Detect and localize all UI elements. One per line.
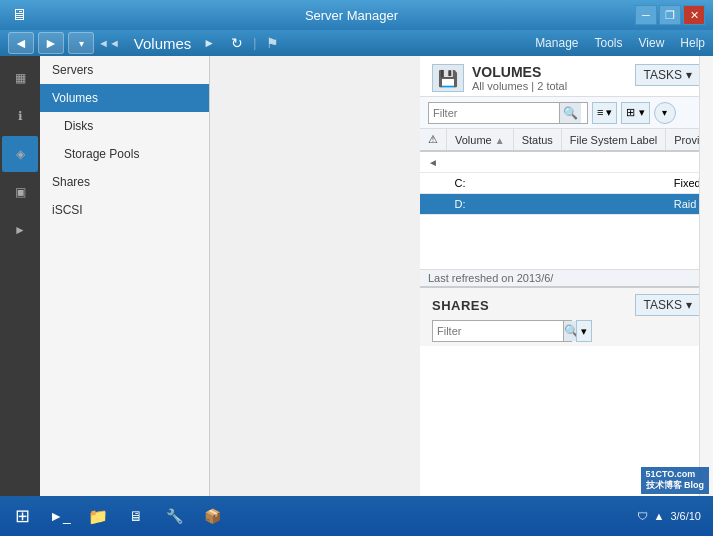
shares-dropdown[interactable]: ▾ — [576, 320, 592, 342]
sidebar-item-disks[interactable]: Disks — [40, 112, 209, 140]
volumes-icon: 💾 — [432, 64, 464, 92]
shares-title: SHARES — [432, 298, 489, 313]
taskbar-right: 🛡 ▲ 3/6/10 — [637, 510, 709, 522]
volumes-table-container: ⚠ Volume ▲ Status File System Label Prov… — [420, 129, 713, 269]
sidebar-item-servers[interactable]: Servers — [40, 56, 209, 84]
sidebar-label-volumes: Volumes — [52, 91, 98, 105]
sidebar-label-storage-pools: Storage Pools — [64, 147, 139, 161]
sidebar-icon-arrow[interactable]: ► — [2, 212, 38, 248]
sidebar-label-servers: Servers — [52, 63, 93, 77]
volumes-header: 💾 VOLUMES All volumes | 2 total TASKS ▾ — [420, 56, 713, 97]
taskbar-tools[interactable]: 🔧 — [156, 499, 192, 533]
dropdown-button[interactable]: ▾ — [68, 32, 94, 54]
table-row-group: ◄ — [420, 151, 713, 173]
volumes-title: VOLUMES — [472, 64, 567, 80]
breadcrumb-arrow: ► — [203, 36, 215, 50]
sidebar-icon-info[interactable]: ℹ — [2, 98, 38, 134]
menu-bar: ◄ ► ▾ ◄◄ Volumes ► ↻ | ⚑ Manage Tools Vi… — [0, 30, 713, 56]
view-toggle-button[interactable]: ≡ ▾ — [592, 102, 617, 124]
taskbar-explorer[interactable]: 📁 — [80, 499, 116, 533]
watermark-line2: 技术博客 Blog — [646, 479, 705, 492]
shares-section: SHARES TASKS ▾ 🔍 ▾ — [420, 286, 713, 346]
sidebar-label-disks: Disks — [64, 119, 93, 133]
breadcrumb-label: Volumes — [126, 35, 200, 52]
filter-search-button[interactable]: 🔍 — [559, 103, 581, 123]
more-options-button[interactable]: ▾ — [654, 102, 676, 124]
flag-icon[interactable]: ⚑ — [266, 35, 279, 51]
title-bar: 🖥 Server Manager ─ ❐ ✕ — [0, 0, 713, 30]
content-area: 💾 VOLUMES All volumes | 2 total TASKS ▾ … — [420, 56, 713, 536]
back-button[interactable]: ◄ — [8, 32, 34, 54]
sidebar-item-iscsi[interactable]: iSCSI — [40, 196, 209, 224]
sidebar-label-shares: Shares — [52, 175, 90, 189]
refresh-bar: Last refreshed on 2013/6/ — [420, 269, 713, 286]
pipe-divider: | — [253, 36, 256, 50]
taskbar-shield: 🛡 — [637, 510, 648, 522]
watermark: 51CTO.com 技术博客 Blog — [641, 467, 710, 494]
forward-button[interactable]: ► — [38, 32, 64, 54]
view-menu[interactable]: View — [639, 36, 665, 50]
minimize-button[interactable]: ─ — [635, 5, 657, 25]
help-menu[interactable]: Help — [680, 36, 705, 50]
shares-filter-input[interactable] — [433, 321, 563, 341]
tools-menu[interactable]: Tools — [595, 36, 623, 50]
volumes-subtitle: All volumes | 2 total — [472, 80, 567, 92]
shares-tasks-button[interactable]: TASKS ▾ — [635, 294, 701, 316]
nav-prefix: ◄◄ — [98, 37, 120, 49]
table-row-selected[interactable]: D: Raid 5 1.59 TB 1.10 TB 429 — [420, 194, 713, 215]
col-status[interactable]: Status — [513, 129, 561, 151]
sidebar-item-volumes[interactable]: Volumes — [40, 84, 209, 112]
filter-box: 🔍 — [428, 102, 588, 124]
sidebar-item-shares[interactable]: Shares — [40, 168, 209, 196]
menu-right: Manage Tools View Help — [535, 36, 705, 50]
nav-controls: ◄ ► ▾ ◄◄ Volumes ► — [8, 32, 215, 54]
table-row[interactable]: C: Fixed 137 GB 113 GB — [420, 173, 713, 194]
table-header-row: ⚠ Volume ▲ Status File System Label Prov… — [420, 129, 713, 151]
sidebar-icon-dashboard[interactable]: ▦ — [2, 60, 38, 96]
restore-button[interactable]: ❐ — [659, 5, 681, 25]
filter-input[interactable] — [429, 103, 559, 123]
shares-header: SHARES TASKS ▾ — [432, 294, 701, 316]
sidebar-item-storage-pools[interactable]: Storage Pools — [40, 140, 209, 168]
column-toggle-button[interactable]: ⊞ ▾ — [621, 102, 649, 124]
manage-menu[interactable]: Manage — [535, 36, 578, 50]
taskbar: ⊞ ►_ 📁 🖥 🔧 📦 🛡 ▲ 3/6/10 — [0, 496, 713, 536]
volumes-toolbar: 🔍 ≡ ▾ ⊞ ▾ ▾ — [420, 97, 713, 129]
volumes-tasks-button[interactable]: TASKS ▾ — [635, 64, 701, 86]
sidebar-label-iscsi: iSCSI — [52, 203, 83, 217]
right-scrollbar[interactable] — [699, 56, 713, 536]
sidebar-icon-server[interactable]: ▣ — [2, 174, 38, 210]
taskbar-desktop[interactable]: 🖥 — [118, 499, 154, 533]
sidebar-icon-storage[interactable]: ◈ — [2, 136, 38, 172]
refresh-text: Last refreshed on 2013/6/ — [428, 272, 553, 284]
main-layout: ▦ ℹ ◈ ▣ ► Servers Volumes Disks Storage … — [0, 56, 713, 536]
col-volume[interactable]: Volume ▲ — [447, 129, 514, 151]
window-title: Server Manager — [68, 8, 635, 23]
close-button[interactable]: ✕ — [683, 5, 705, 25]
window-icon: 🖥 — [8, 5, 30, 25]
taskbar-package[interactable]: 📦 — [194, 499, 230, 533]
watermark-line1: 51CTO.com — [646, 469, 705, 479]
sidebar-icons: ▦ ℹ ◈ ▣ ► — [0, 56, 40, 536]
taskbar-up-arrow: ▲ — [654, 510, 665, 522]
start-button[interactable]: ⊞ — [4, 499, 40, 533]
col-fs-label[interactable]: File System Label — [561, 129, 665, 151]
taskbar-time: 3/6/10 — [670, 510, 701, 522]
refresh-icon[interactable]: ↻ — [231, 35, 243, 51]
col-warning[interactable]: ⚠ — [420, 129, 447, 151]
window-controls: ─ ❐ ✕ — [635, 5, 705, 25]
volumes-table: ⚠ Volume ▲ Status File System Label Prov… — [420, 129, 713, 215]
shares-filter-box: 🔍 — [432, 320, 572, 342]
taskbar-terminal[interactable]: ►_ — [42, 499, 78, 533]
